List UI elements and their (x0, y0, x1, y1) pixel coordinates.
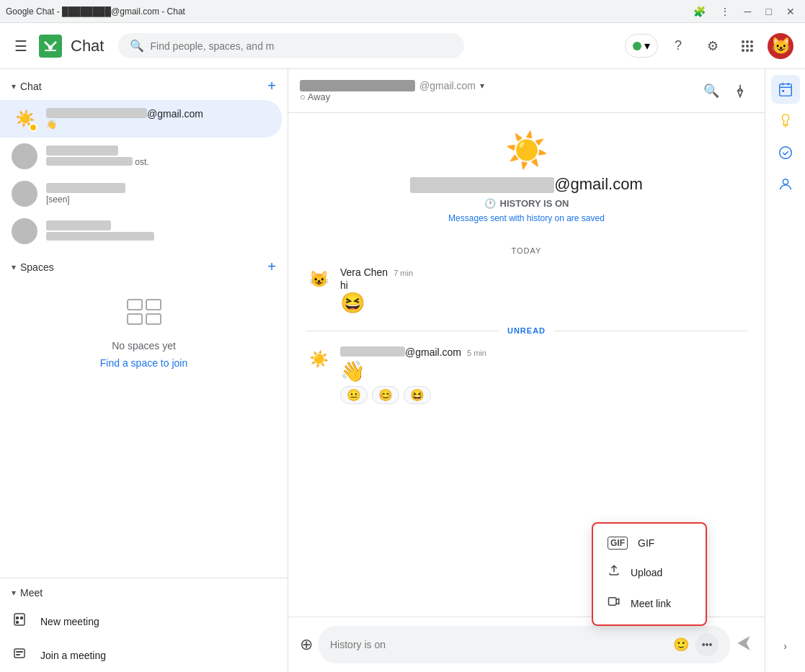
gif-icon: GIF (608, 537, 628, 550)
chat-header: @gmail.com ▾ ○ Away 🔍 (288, 69, 765, 113)
minimize-button[interactable]: ─ (740, 4, 756, 19)
reaction-pill[interactable]: 😆 (404, 386, 431, 404)
calendar-sidebar-button[interactable] (771, 75, 800, 104)
svg-rect-25 (779, 84, 791, 97)
chat-contact-email: @gmail.com (410, 175, 643, 194)
svg-rect-20 (14, 649, 25, 658)
status-away-badge (29, 123, 37, 132)
unread-label: UNREAD (507, 326, 546, 335)
tasks-sidebar-button[interactable] (771, 138, 800, 167)
message-text: hi (340, 279, 747, 291)
input-add-button[interactable]: ⊕ (300, 635, 313, 654)
message-input[interactable] (330, 639, 670, 650)
chat-item[interactable]: ☀️ @gmail.com 👋 (0, 100, 282, 138)
right-sidebar: › (765, 69, 805, 672)
main-layout: ▾ Chat + ☀️ @gmail.com 👋 (0, 69, 805, 672)
svg-point-5 (750, 40, 753, 43)
meet-link-menu-item[interactable]: Meet link (593, 588, 706, 619)
message-timestamp: 7 min (393, 269, 413, 277)
chat-header-dropdown-icon[interactable]: ▾ (480, 81, 484, 91)
reaction-pill[interactable]: 😐 (340, 386, 368, 404)
menu-icon[interactable]: ⋮ (716, 4, 734, 19)
new-meeting-item[interactable]: New meeting (0, 604, 288, 638)
svg-point-3 (742, 40, 744, 43)
chat-center-info: ☀️ @gmail.com 🕐 HISTORY IS ON Messages s… (306, 125, 747, 235)
chat-item[interactable]: [seen] (0, 175, 282, 212)
maximize-button[interactable]: □ (762, 4, 776, 19)
keep-sidebar-button[interactable] (771, 107, 800, 135)
message-meta: @gmail.com 5 min (340, 346, 747, 358)
chat-item-info: ost. (46, 145, 270, 167)
history-label: HISTORY IS ON (500, 198, 569, 209)
chat-item[interactable]: ost. (0, 138, 282, 175)
settings-button[interactable]: ⚙ (698, 32, 727, 61)
unread-line-left (306, 331, 499, 331)
expand-right-button[interactable]: › (771, 632, 800, 660)
meet-section-header[interactable]: ▾ Meet (0, 578, 288, 604)
svg-rect-17 (16, 617, 19, 619)
search-input[interactable] (150, 40, 453, 52)
join-meeting-item[interactable]: Join a meeting (0, 638, 288, 672)
message-row: 😺 Vera Chen 7 min hi 😆 (306, 266, 747, 315)
spaces-section-header[interactable]: ▾ Spaces + (0, 250, 288, 281)
reaction-pill[interactable]: 😊 (372, 386, 399, 404)
svg-point-8 (750, 45, 753, 48)
find-space-link[interactable]: Find a space to join (100, 357, 187, 369)
chat-item-info: @gmail.com 👋 (46, 108, 270, 130)
close-button[interactable]: ✕ (782, 4, 799, 19)
header-actions: ▾ ? ⚙ 😺 (625, 32, 793, 61)
svg-point-1 (48, 45, 53, 50)
chat-item-info (46, 220, 270, 242)
unread-line-right (554, 331, 747, 331)
chat-section-header[interactable]: ▾ Chat + (0, 69, 288, 100)
chat-item-preview: [seen] (46, 194, 270, 205)
send-button[interactable] (736, 635, 753, 655)
meet-section-title: ▾ Meet (12, 587, 43, 599)
hamburger-menu-button[interactable]: ☰ (12, 35, 30, 58)
meet-link-icon (608, 595, 621, 611)
account-sidebar-button[interactable] (771, 170, 800, 199)
meet-collapse-icon: ▾ (12, 588, 16, 598)
chat-input-box: 🙂 ••• (319, 626, 730, 663)
meet-section-label: Meet (20, 587, 43, 599)
join-meeting-icon (12, 645, 32, 665)
more-options-button[interactable]: ••• (695, 633, 719, 656)
chat-pin-button[interactable] (727, 78, 753, 104)
message-timestamp: 5 min (467, 349, 486, 357)
status-button[interactable]: ▾ (625, 34, 658, 58)
search-bar[interactable]: 🔍 (118, 33, 464, 58)
apps-button[interactable] (733, 32, 762, 61)
chat-sun-icon: ☀️ (505, 130, 548, 171)
gif-menu-item[interactable]: GIF GIF (593, 529, 706, 557)
new-meeting-icon (12, 611, 32, 631)
upload-label: Upload (631, 567, 662, 578)
chat-item-info: [seen] (46, 183, 270, 205)
svg-rect-29 (782, 90, 784, 92)
chat-item-preview: ost. (46, 157, 270, 167)
add-space-button[interactable]: + (267, 259, 276, 275)
spaces-collapse-icon: ▾ (12, 262, 16, 272)
svg-rect-22 (16, 654, 20, 655)
titlebar-title: Google Chat - ████████@gmail.com - Chat (6, 6, 185, 17)
svg-point-4 (746, 40, 749, 43)
chevron-down-icon: ▾ (644, 39, 650, 53)
message-sender-name: @gmail.com (340, 346, 461, 358)
unread-divider: UNREAD (306, 326, 747, 335)
chat-search-button[interactable]: 🔍 (698, 78, 724, 104)
gif-label: GIF (638, 537, 654, 549)
app-header: ☰ Chat 🔍 ▾ ? ⚙ 😺 (0, 23, 805, 69)
chat-item[interactable] (0, 212, 282, 250)
chat-collapse-icon: ▾ (12, 81, 16, 91)
chat-item-name (46, 220, 270, 232)
chat-item-name (46, 145, 270, 157)
app-name-label: Chat (71, 37, 104, 55)
add-chat-button[interactable]: + (267, 78, 276, 94)
user-avatar[interactable]: 😺 (768, 33, 793, 59)
puzzle-icon[interactable]: 🧩 (689, 4, 710, 19)
help-button[interactable]: ? (664, 32, 693, 61)
emoji-button[interactable]: 🙂 (670, 633, 693, 656)
svg-point-7 (746, 45, 749, 48)
chat-item-avatar: ☀️ (12, 106, 37, 132)
upload-menu-item[interactable]: Upload (593, 557, 706, 588)
svg-rect-15 (146, 314, 161, 324)
